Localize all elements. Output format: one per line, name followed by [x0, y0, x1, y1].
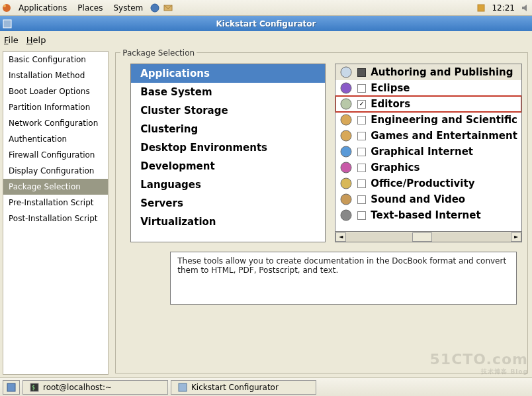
group-icon [339, 177, 353, 190]
kickstart-icon [178, 383, 187, 392]
sidebar-item[interactable]: Post-Installation Script [3, 211, 108, 226]
category-list[interactable]: ApplicationsBase SystemCluster StorageCl… [130, 64, 326, 242]
svg-point-2 [151, 4, 159, 12]
clock[interactable]: 12:21 [488, 3, 519, 13]
category-item[interactable]: Languages [131, 175, 325, 194]
group-icon [339, 209, 353, 222]
mail-icon[interactable] [163, 3, 173, 13]
update-icon[interactable] [476, 3, 486, 13]
gnome-top-panel: Applications Places System 12:21 [0, 0, 532, 16]
menu-places[interactable]: Places [72, 3, 108, 13]
group-icon [339, 129, 353, 142]
group-item[interactable]: Engineering and Scientific [335, 112, 521, 128]
group-label: Graphical Internet [371, 146, 473, 158]
scroll-thumb[interactable] [412, 232, 432, 242]
group-icon [339, 193, 353, 206]
window-titlebar[interactable]: Kickstart Configurator [0, 16, 532, 31]
sidebar-item[interactable]: Basic Configuration [3, 52, 108, 68]
main-area: Basic ConfigurationInstallation MethodBo… [0, 48, 532, 377]
app-icon [3, 19, 12, 28]
group-label: Graphics [371, 162, 420, 173]
task-kickstart[interactable]: Kickstart Configurator [171, 380, 316, 395]
group-checkbox[interactable] [357, 148, 366, 156]
group-item[interactable]: Text-based Internet [335, 207, 521, 223]
task-kickstart-label: Kickstart Configurator [191, 383, 279, 392]
svg-point-14 [341, 194, 351, 205]
sidebar-item[interactable]: Package Selection [3, 179, 108, 195]
category-item[interactable]: Desktop Environments [131, 138, 325, 157]
group-item[interactable]: Eclipse [335, 80, 521, 96]
group-label: Sound and Video [371, 193, 465, 205]
category-item[interactable]: Clustering [131, 120, 325, 138]
group-header[interactable]: Authoring and Publishing [335, 64, 521, 80]
show-desktop-button[interactable] [3, 380, 20, 395]
svg-point-1 [3, 5, 6, 7]
volume-icon[interactable] [520, 3, 531, 13]
browser-icon[interactable] [150, 3, 160, 13]
section-title: Package Selection [120, 48, 197, 58]
window-title: Kickstart Configurator [216, 19, 316, 28]
menu-file[interactable]: File [4, 35, 19, 45]
category-item[interactable]: Virtualization [131, 213, 325, 231]
svg-rect-19 [179, 383, 187, 391]
group-checkbox[interactable]: ✓ [357, 100, 366, 109]
group-label: Editors [371, 98, 410, 110]
category-item[interactable]: Base System [131, 83, 325, 101]
group-checkbox[interactable] [357, 132, 366, 140]
sidebar-item[interactable]: Boot Loader Options [3, 83, 108, 99]
group-item[interactable]: Graphical Internet [335, 144, 521, 160]
svg-rect-5 [3, 20, 11, 28]
group-checkbox[interactable] [357, 68, 366, 77]
group-item[interactable]: ✓Editors [335, 96, 521, 112]
group-item[interactable]: Sound and Video [335, 191, 521, 207]
group-icon [339, 97, 353, 111]
category-item[interactable]: Applications [131, 64, 325, 83]
sidebar-item[interactable]: Firewall Configuration [3, 147, 108, 163]
group-checkbox[interactable] [357, 116, 366, 124]
sidebar-item[interactable]: Partition Information [3, 99, 108, 115]
svg-rect-4 [478, 5, 484, 11]
sidebar-item[interactable]: Installation Method [3, 68, 108, 83]
group-label: Games and Entertainment [371, 130, 517, 142]
group-label: Text-based Internet [371, 209, 480, 221]
menu-help[interactable]: Help [26, 35, 46, 45]
gnome-bottom-panel: $ root@localhost:~ Kickstart Configurato… [0, 377, 532, 396]
category-item[interactable]: Development [131, 157, 325, 175]
scroll-left-icon[interactable]: ◄ [335, 232, 346, 242]
description-box: These tools allow you to create document… [170, 252, 517, 305]
right-panel: Package Selection ApplicationsBase Syste… [109, 48, 532, 377]
scroll-track[interactable] [346, 232, 511, 242]
sidebar-item[interactable]: Display Configuration [3, 163, 108, 179]
svg-text:$: $ [32, 385, 35, 391]
group-item[interactable]: Office/Productivity [335, 175, 521, 191]
group-icon [339, 145, 353, 158]
sidebar-item[interactable]: Network Configuration [3, 115, 108, 131]
task-terminal[interactable]: $ root@localhost:~ [22, 380, 168, 395]
group-list[interactable]: Authoring and PublishingEclipse✓EditorsE… [335, 64, 522, 232]
group-label: Office/Productivity [371, 177, 474, 189]
category-item[interactable]: Cluster Storage [131, 101, 325, 120]
menubar: File Help [0, 31, 532, 48]
foot-icon [1, 3, 12, 13]
menu-applications[interactable]: Applications [13, 3, 72, 13]
svg-point-11 [341, 146, 351, 157]
scroll-right-icon[interactable]: ► [511, 232, 521, 242]
group-checkbox[interactable] [357, 211, 366, 220]
menu-system[interactable]: System [108, 3, 148, 13]
group-item[interactable]: Graphics [335, 160, 521, 175]
group-checkbox[interactable] [357, 164, 366, 172]
group-checkbox[interactable] [357, 195, 366, 204]
group-item[interactable]: Games and Entertainment [335, 128, 521, 144]
svg-rect-16 [7, 383, 15, 391]
group-icon [339, 161, 353, 174]
svg-point-12 [341, 162, 351, 173]
group-checkbox[interactable] [357, 84, 366, 93]
sidebar-item[interactable]: Authentication [3, 131, 108, 147]
svg-point-10 [341, 130, 351, 141]
group-checkbox[interactable] [357, 179, 366, 188]
category-item[interactable]: Servers [131, 194, 325, 213]
group-label: Authoring and Publishing [371, 66, 513, 78]
sidebar-item[interactable]: Pre-Installation Script [3, 195, 108, 211]
svg-point-13 [341, 178, 351, 189]
group-scrollbar[interactable]: ◄ ► [335, 232, 522, 242]
